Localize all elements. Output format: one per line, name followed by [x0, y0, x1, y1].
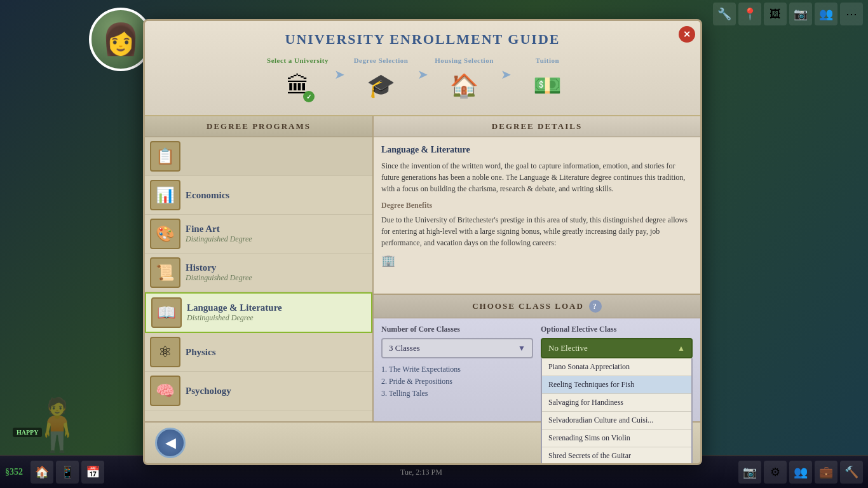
right-panel: Degree Details Language & Literature Sin… — [374, 116, 700, 421]
core-dropdown-arrow: ▼ — [518, 344, 526, 353]
menu-icon[interactable]: ⋯ — [840, 3, 863, 25]
camera2-icon[interactable]: 📷 — [738, 461, 761, 484]
step-tuition-icon: 💵 — [529, 67, 567, 105]
degree-name-langlittle: Language & Literature — [187, 302, 282, 313]
degree-thumb-blank: 📋 — [150, 141, 180, 172]
degree-info-psychology: Psychology — [186, 386, 231, 396]
degree-type-history: Distinguished Degree — [186, 273, 252, 283]
time-display: Tue, 2:13 PM — [400, 468, 442, 477]
wizard-step-tuition[interactable]: Tuition 💵 — [513, 57, 583, 105]
detail-benefits-label: Degree Benefits — [381, 201, 693, 210]
elective-option-serenade[interactable]: Serenading Sims on Violin — [542, 430, 691, 447]
right-panel-header: Degree Details — [374, 116, 700, 137]
build-icon[interactable]: 🔨 — [840, 461, 863, 484]
portrait-icon[interactable]: 🖼 — [764, 3, 787, 25]
step-tuition-label: Tuition — [536, 57, 559, 64]
degree-item-physics[interactable]: ⚛ Physics — [145, 333, 372, 372]
left-panel-header: Degree Programs — [145, 116, 372, 137]
left-panel: Degree Programs 📋 📊 Economics 🎨 Fine Art — [145, 116, 374, 421]
degree-info-economics: Economics — [186, 190, 229, 201]
map-icon[interactable]: 📍 — [738, 3, 761, 25]
step-arrow-2: ➤ — [416, 67, 430, 95]
class-item-2: 2. Pride & Prepositions — [381, 376, 533, 388]
core-classes-value: 3 Classes — [389, 343, 420, 353]
degree-item-langlittle[interactable]: 📖 Language & Literature Distinguished De… — [145, 292, 372, 333]
core-classes-selected[interactable]: 3 Classes ▼ — [381, 338, 533, 358]
degree-thumb-langlittle: 📖 — [151, 297, 182, 328]
elective-option-salvage[interactable]: Salvaging for Handiness — [542, 394, 691, 412]
people-icon[interactable]: 👥 — [815, 3, 837, 25]
elective-options-list: Piano Sonata Appreciation Reeling Techni… — [541, 358, 693, 465]
degree-type-fineart: Distinguished Degree — [186, 234, 252, 244]
degree-thumb-fineart: 🎨 — [150, 219, 180, 249]
elective-option-shred[interactable]: Shred Secrets of the Guitar — [542, 447, 691, 465]
degree-item-fineart[interactable]: 🎨 Fine Art Distinguished Degree — [145, 215, 372, 254]
detail-title: Language & Literature — [381, 145, 693, 155]
elective-selected[interactable]: No Elective ▲ — [541, 338, 693, 358]
degree-item-psychology[interactable]: 🧠 Psychology — [145, 372, 372, 410]
mood-badge: HAPPY — [13, 428, 42, 437]
hud-time: Tue, 2:13 PM — [107, 468, 736, 477]
camera-icon[interactable]: 📷 — [789, 3, 812, 25]
money-display: §352 — [5, 467, 28, 477]
elective-dropdown-arrow: ▲ — [677, 344, 685, 353]
hud-nav-icons: 🏠 📱 📅 — [31, 461, 104, 484]
top-hud: 🔧 📍 🖼 📷 👥 ⋯ — [708, 0, 868, 28]
degree-thumb-physics: ⚛ — [150, 337, 180, 367]
degree-name-psychology: Psychology — [186, 386, 231, 396]
home-icon[interactable]: 🏠 — [31, 461, 53, 484]
elective-option-reel[interactable]: Reeling Techniques for Fish — [542, 376, 691, 394]
hud-right-icons: 📷 ⚙ 👥 💼 🔨 — [738, 461, 863, 484]
step-university-label: Select a University — [267, 57, 329, 64]
career-icon2[interactable]: 💼 — [815, 461, 837, 484]
class-load-body: Number of Core Classes 3 Classes ▼ 1. Th… — [374, 318, 700, 406]
step-housing-icon: 🏠 — [445, 67, 484, 105]
settings-icon[interactable]: ⚙ — [764, 461, 787, 484]
close-button[interactable]: ✕ — [679, 26, 695, 43]
tools-icon[interactable]: 🔧 — [713, 3, 736, 25]
degree-info-physics: Physics — [186, 347, 216, 358]
degree-item-blank[interactable]: 📋 — [145, 137, 372, 176]
wizard-step-housing[interactable]: Housing Selection 🏠 — [430, 57, 499, 105]
detail-description: Since the invention of the written word,… — [381, 160, 693, 194]
wizard-step-university[interactable]: Select a University 🏛 ✓ — [263, 57, 333, 105]
help-button[interactable]: ? — [589, 300, 602, 313]
dialog-title: University Enrollment Guide — [158, 31, 688, 48]
step-university-icon: 🏛 ✓ — [279, 67, 317, 105]
class-load-right: Optional Elective Class No Elective ▲ Pi… — [541, 325, 693, 400]
career-icon: 🏢 — [381, 254, 693, 268]
enrollment-dialog: ✕ University Enrollment Guide Select a U… — [143, 19, 702, 465]
class-item-1: 1. The Write Expectations — [381, 363, 533, 376]
degree-type-langlittle: Distinguished Degree — [187, 313, 282, 323]
sim-character: 🧍 — [25, 395, 89, 455]
core-classes-dropdown[interactable]: 3 Classes ▼ — [381, 338, 533, 358]
back-button[interactable]: ◀ — [155, 428, 186, 458]
degree-thumb-history: 📜 — [150, 257, 180, 288]
degree-item-economics[interactable]: 📊 Economics — [145, 176, 372, 215]
detail-benefits-desc: Due to the University of Britechester's … — [381, 214, 693, 248]
classes-list: 1. The Write Expectations 2. Pride & Pre… — [381, 363, 533, 400]
step-check-icon: ✓ — [303, 91, 315, 102]
degree-thumb-economics: 📊 — [150, 180, 180, 210]
class-item-3: 3. Telling Tales — [381, 388, 533, 400]
step-housing-label: Housing Selection — [435, 57, 494, 64]
degree-item-history[interactable]: 📜 History Distinguished Degree — [145, 254, 372, 292]
elective-option-piano[interactable]: Piano Sonata Appreciation — [542, 358, 691, 376]
class-load-left: Number of Core Classes 3 Classes ▼ 1. Th… — [381, 325, 533, 400]
detail-content: Language & Literature Since the inventio… — [374, 137, 700, 294]
dialog-header: University Enrollment Guide Select a Uni… — [145, 21, 700, 116]
step-arrow-3: ➤ — [499, 67, 513, 95]
social-icon[interactable]: 👥 — [789, 461, 812, 484]
step-arrow-1: ➤ — [333, 67, 346, 95]
elective-value: No Elective — [548, 343, 588, 353]
wizard-step-degree[interactable]: Degree Selection 🎓 — [346, 57, 416, 105]
elective-option-selvad[interactable]: Selvadoradian Culture and Cuisi... — [542, 412, 691, 430]
phone-icon[interactable]: 📱 — [56, 461, 79, 484]
dialog-body: Degree Programs 📋 📊 Economics 🎨 Fine Art — [145, 116, 700, 421]
step-degree-label: Degree Selection — [354, 57, 409, 64]
elective-dropdown[interactable]: No Elective ▲ Piano Sonata Appreciation … — [541, 338, 693, 358]
core-classes-label: Number of Core Classes — [381, 325, 533, 334]
degree-info-history: History Distinguished Degree — [186, 262, 252, 283]
degree-name-fineart: Fine Art — [186, 224, 252, 234]
calendar-icon[interactable]: 📅 — [81, 461, 104, 484]
